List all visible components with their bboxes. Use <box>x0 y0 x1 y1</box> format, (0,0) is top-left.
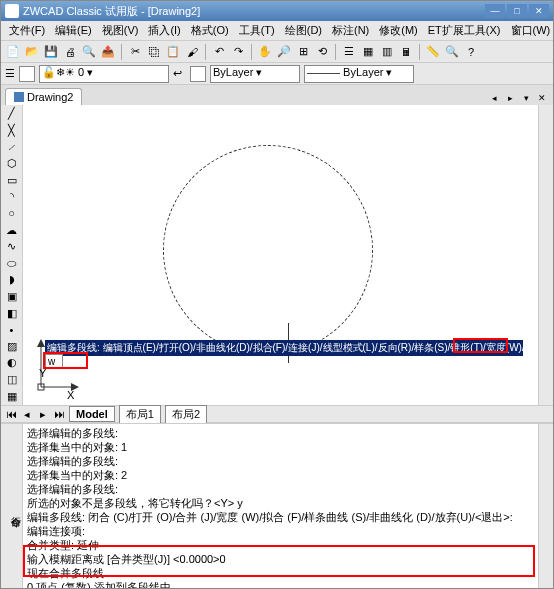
copy-icon[interactable]: ⿻ <box>146 44 162 60</box>
command-history[interactable]: 选择编辑的多段线:选择集当中的对象: 1 选择编辑的多段线:选择集当中的对象: … <box>23 424 538 589</box>
print-icon[interactable]: 🖨 <box>62 44 78 60</box>
menu-edit[interactable]: 编辑(E) <box>51 21 96 40</box>
zoom-rt-icon[interactable]: 🔎 <box>276 44 292 60</box>
minimize-button[interactable]: — <box>485 4 505 18</box>
zoom-win-icon[interactable]: ⊞ <box>295 44 311 60</box>
command-window-label: 命令行 <box>1 424 23 589</box>
tab-nav-left[interactable]: ◂ <box>487 91 501 105</box>
xline-icon[interactable]: ╳ <box>4 124 20 138</box>
menu-window[interactable]: 窗口(W) <box>507 21 554 40</box>
properties-toolbar: ☰ 🔓❄☀ 0 ▾ ↩ ByLayer ▾ ——— ByLayer ▾ <box>1 63 553 85</box>
highlight-input <box>43 352 88 369</box>
new-icon[interactable]: 📄 <box>5 44 21 60</box>
standard-toolbar: 📄 📂 💾 🖨 🔍 📤 ✂ ⿻ 📋 🖌 ↶ ↷ ✋ 🔎 ⊞ ⟲ ☰ ▦ ▥ 🖩 … <box>1 41 553 63</box>
open-icon[interactable]: 📂 <box>24 44 40 60</box>
drawing-canvas[interactable]: 编辑多段线: 编辑顶点(E)/打开(O)/非曲线化(D)/拟合(F)/连接(J)… <box>23 105 538 405</box>
menu-draw[interactable]: 绘图(D) <box>281 21 326 40</box>
pan-icon[interactable]: ✋ <box>257 44 273 60</box>
line-icon[interactable]: ╱ <box>4 107 20 121</box>
menu-insert[interactable]: 插入(I) <box>144 21 184 40</box>
layer-manager-icon[interactable]: ☰ <box>5 67 15 80</box>
color-control[interactable] <box>190 66 206 82</box>
region-icon[interactable]: ◫ <box>4 373 20 387</box>
layout2-tab[interactable]: 布局2 <box>165 405 207 424</box>
spline-icon[interactable]: ∿ <box>4 240 20 254</box>
toolpalette-icon[interactable]: ▥ <box>379 44 395 60</box>
menu-modify[interactable]: 修改(M) <box>375 21 422 40</box>
find-icon[interactable]: 🔍 <box>444 44 460 60</box>
menu-file[interactable]: 文件(F) <box>5 21 49 40</box>
document-tabs: Drawing2 ◂ ▸ ▾ ✕ <box>1 85 553 105</box>
block-icon[interactable]: ◧ <box>4 306 20 320</box>
tab-menu[interactable]: ▾ <box>519 91 533 105</box>
tab-prev[interactable]: ◂ <box>21 408 33 421</box>
cut-icon[interactable]: ✂ <box>127 44 143 60</box>
tab-first[interactable]: ⏮ <box>5 408 17 420</box>
vertical-scrollbar[interactable] <box>538 105 553 405</box>
dist-icon[interactable]: 📏 <box>425 44 441 60</box>
title-bar: ZWCAD Classic 试用版 - [Drawing2] — □ ✕ <box>1 1 553 21</box>
arc-icon[interactable]: ◝ <box>4 190 20 204</box>
ellipsearc-icon[interactable]: ◗ <box>4 273 20 287</box>
color-swatch[interactable] <box>19 66 35 82</box>
ellipse-icon[interactable]: ⬭ <box>4 256 20 270</box>
paste-icon[interactable]: 📋 <box>165 44 181 60</box>
calc-icon[interactable]: 🖩 <box>398 44 414 60</box>
zoom-prev-icon[interactable]: ⟲ <box>314 44 330 60</box>
insert-icon[interactable]: ▣ <box>4 290 20 304</box>
tab-last[interactable]: ⏭ <box>53 408 65 420</box>
window-title: ZWCAD Classic 试用版 - [Drawing2] <box>23 4 485 19</box>
layer-select[interactable]: 🔓❄☀ 0 ▾ <box>39 65 169 83</box>
redo-icon[interactable]: ↷ <box>230 44 246 60</box>
doc-tab[interactable]: Drawing2 <box>5 88 82 105</box>
tab-nav-right[interactable]: ▸ <box>503 91 517 105</box>
work-area: ╱ ╳ ⟋ ⬡ ▭ ◝ ○ ☁ ∿ ⬭ ◗ ▣ ◧ • ▨ ◐ ◫ ▦ 编辑多段… <box>1 105 553 405</box>
dynamic-command-strip: 编辑多段线: 编辑顶点(E)/打开(O)/非曲线化(D)/拟合(F)/连接(J)… <box>45 340 523 356</box>
matchprop-icon[interactable]: 🖌 <box>184 44 200 60</box>
menu-format[interactable]: 格式(O) <box>187 21 233 40</box>
layer-prev-icon[interactable]: ↩ <box>173 67 182 80</box>
linetype-select[interactable]: ByLayer ▾ <box>210 65 300 83</box>
model-tab[interactable]: Model <box>69 406 115 422</box>
designcenter-icon[interactable]: ▦ <box>360 44 376 60</box>
command-window: 命令行 选择编辑的多段线:选择集当中的对象: 1 选择编辑的多段线:选择集当中的… <box>1 423 553 589</box>
preview-icon[interactable]: 🔍 <box>81 44 97 60</box>
circle-icon[interactable]: ○ <box>4 207 20 221</box>
publish-icon[interactable]: 📤 <box>100 44 116 60</box>
highlight-width-option <box>453 338 508 353</box>
table-icon[interactable]: ▦ <box>4 389 20 403</box>
tab-close[interactable]: ✕ <box>535 91 549 105</box>
close-button[interactable]: ✕ <box>529 4 549 18</box>
layout-tabs: ⏮ ◂ ▸ ⏭ Model 布局1 布局2 <box>1 405 553 423</box>
menu-view[interactable]: 视图(V) <box>98 21 143 40</box>
rectangle-icon[interactable]: ▭ <box>4 173 20 187</box>
point-icon[interactable]: • <box>4 323 20 337</box>
layout1-tab[interactable]: 布局1 <box>119 405 161 424</box>
maximize-button[interactable]: □ <box>507 4 527 18</box>
tab-next[interactable]: ▸ <box>37 408 49 421</box>
undo-icon[interactable]: ↶ <box>211 44 227 60</box>
polygon-icon[interactable]: ⬡ <box>4 157 20 171</box>
menu-ettools[interactable]: ET扩展工具(X) <box>424 21 505 40</box>
gradient-icon[interactable]: ◐ <box>4 356 20 370</box>
properties-icon[interactable]: ☰ <box>341 44 357 60</box>
menu-tools[interactable]: 工具(T) <box>235 21 279 40</box>
draw-toolbar: ╱ ╳ ⟋ ⬡ ▭ ◝ ○ ☁ ∿ ⬭ ◗ ▣ ◧ • ▨ ◐ ◫ ▦ <box>1 105 23 405</box>
menu-bar: 文件(F) 编辑(E) 视图(V) 插入(I) 格式(O) 工具(T) 绘图(D… <box>1 21 553 41</box>
help-icon[interactable]: ? <box>463 44 479 60</box>
doc-icon <box>14 92 24 102</box>
polyline-icon[interactable]: ⟋ <box>4 140 20 154</box>
menu-dimension[interactable]: 标注(N) <box>328 21 373 40</box>
save-icon[interactable]: 💾 <box>43 44 59 60</box>
revcloud-icon[interactable]: ☁ <box>4 223 20 237</box>
command-scrollbar[interactable] <box>538 424 553 589</box>
lineweight-select[interactable]: ——— ByLayer ▾ <box>304 65 414 83</box>
app-icon <box>5 4 19 18</box>
svg-marker-2 <box>37 339 45 347</box>
hatch-icon[interactable]: ▨ <box>4 340 20 354</box>
